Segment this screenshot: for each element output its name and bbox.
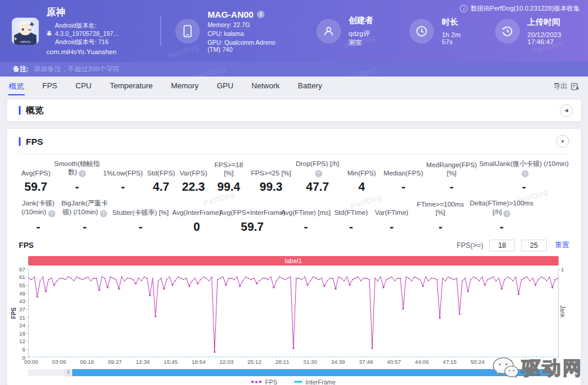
x-tick: 25:12	[248, 359, 262, 365]
creator-circle	[316, 19, 341, 44]
x-tick: 15:45	[163, 359, 178, 365]
stat-value: 59.7	[19, 180, 53, 194]
y-tick: 12	[19, 338, 25, 344]
fps-stats-row-2: Jank(卡顿) (/10min)? - BigJank(严重卡顿) (/10m…	[19, 199, 569, 233]
tab-cpu[interactable]: CPU	[75, 77, 92, 96]
stat-item: FPS>=25 [%]? 99.3	[248, 160, 294, 194]
collect-info: i 数据由PerfDog(10.0.231228)版本收集	[460, 4, 580, 13]
stat-label: Smooth(稳帧指数)?	[53, 160, 101, 177]
fps-section-title: FPS	[26, 137, 43, 147]
reset-link[interactable]: 重置	[555, 240, 569, 250]
help-icon[interactable]: ?	[100, 210, 107, 217]
note-bar[interactable]: 备注: 添加备注，不超过200个字符	[0, 62, 588, 77]
x-tick: 40:57	[387, 359, 401, 365]
x-tick: 31:30	[303, 359, 318, 365]
fps-threshold-input-2[interactable]	[521, 240, 547, 251]
fps-section: FPS ▼ Avg(FPS)? 59.7 Smooth(稳帧指数)? - 1%L…	[7, 129, 581, 385]
fps-collapse-button[interactable]: ▼	[556, 135, 569, 148]
x-tick: 22:03	[219, 359, 233, 365]
scrollbar-track[interactable]	[72, 369, 551, 376]
x-tick: 56:42	[526, 359, 540, 365]
x-tick: 53:33	[499, 359, 513, 365]
y-tickmark	[26, 357, 29, 358]
stat-item: Var(FTime)? -	[371, 199, 412, 233]
stat-label: Avg(FTime) [ms]?	[280, 200, 331, 217]
y-tickmark	[26, 285, 29, 286]
export-button[interactable]: 导出	[553, 81, 580, 91]
stat-label: Stutter(卡顿率) [%]?	[112, 200, 169, 217]
help-icon[interactable]: ?	[522, 170, 529, 177]
chart-scrollbar[interactable]	[28, 369, 559, 376]
creator-label: 创建者	[349, 15, 374, 26]
help-icon[interactable]: ?	[503, 210, 510, 217]
stat-value: 4	[341, 180, 382, 194]
stat-label: MedRange(FPS)[%]?	[425, 160, 479, 177]
upload-circle	[495, 19, 520, 44]
tab-overview[interactable]: 概览	[8, 77, 25, 96]
tab-network[interactable]: Network	[251, 77, 280, 96]
x-tick: 03:09	[52, 359, 66, 365]
stat-label: Var(FTime)?	[371, 200, 412, 217]
x-tick: 44:06	[415, 359, 429, 365]
device-circle	[175, 19, 200, 44]
upload-block: 上传时间 20/12/2023 17:46:47	[495, 17, 576, 45]
stat-label: Std(FPS)?	[145, 160, 178, 177]
x-tick: 12:36	[136, 359, 150, 365]
tab-memory[interactable]: Memory	[171, 77, 199, 96]
help-icon[interactable]: ?	[79, 170, 86, 177]
scrollbar-left-grip[interactable]	[65, 369, 72, 376]
x-tick: 37:48	[359, 359, 373, 365]
app-icon-caption: miHoYo	[20, 40, 31, 44]
fps-threshold-input-1[interactable]	[489, 240, 515, 251]
device-block: MAG-AN00 i Memory: 22.7G CPU: kalama GPU…	[175, 9, 285, 53]
header: miHoYo 原神 Android版本名: 4.3.0_19705728_197…	[0, 0, 588, 62]
duration-block: 时长 1h 2m 57s	[409, 17, 465, 45]
stat-value: -	[19, 220, 58, 234]
duration-value: 1h 2m 57s	[442, 31, 465, 45]
tab-fps[interactable]: FPS	[42, 77, 58, 96]
scrollbar-right-grip[interactable]	[551, 369, 559, 376]
x-axis-ticks: 00:0003:0906:1809:2712:3615:4518:5422:03…	[28, 359, 559, 366]
stat-value: 0	[169, 220, 224, 234]
stat-value: -	[112, 220, 169, 234]
right-axis-tick-1: 1	[561, 265, 564, 272]
region-label-bar[interactable]: label1	[28, 256, 559, 265]
y-tick: 49	[19, 290, 25, 296]
tab-temperature[interactable]: Temperature	[109, 77, 153, 96]
legend-marker	[294, 381, 302, 383]
y-tickmark	[26, 277, 29, 277]
overview-collapse-button[interactable]: ◀	[560, 104, 573, 117]
collect-info-icon: i	[460, 5, 467, 12]
stat-item: Min(FPS)? 4	[341, 160, 382, 194]
overview-accent-bar	[19, 106, 21, 115]
stat-value: 99.4	[209, 180, 248, 194]
tab-gpu[interactable]: GPU	[216, 77, 234, 96]
stat-value: 59.7	[224, 220, 280, 234]
stat-item: Jank(卡顿) (/10min)? -	[19, 199, 58, 233]
device-gpu: GPU: Qualcomm Adreno (TM) 740	[208, 39, 285, 53]
overview-title: 概览	[26, 105, 44, 116]
stat-label: Jank(卡顿) (/10min)?	[19, 199, 58, 217]
help-icon[interactable]: ?	[315, 170, 322, 177]
y-tick: 31	[19, 314, 25, 320]
fps-chart-title: FPS	[19, 241, 34, 250]
stat-label: SmallJank(微小卡顿) (/10min)?	[479, 160, 569, 177]
legend-marker	[251, 381, 262, 383]
stat-item: Std(FTime)? -	[331, 199, 371, 233]
stat-item: Var(FPS)? 22.3	[178, 160, 209, 194]
y-tick: 67	[19, 265, 25, 272]
legend-item[interactable]: FPS	[251, 379, 277, 385]
user-icon	[323, 25, 335, 37]
help-icon[interactable]: ?	[48, 210, 55, 217]
legend-label: InterFrame	[306, 379, 336, 385]
fps-plot[interactable]: FPS Jank 1 6761554943373124181260	[28, 269, 559, 357]
stat-label: Var(FPS)?	[178, 160, 209, 177]
tab-battery[interactable]: Battery	[298, 77, 323, 96]
stat-item: Avg(InterFrame)? 0	[169, 199, 224, 233]
legend-item[interactable]: InterFrame	[294, 379, 336, 385]
android-icon	[46, 30, 52, 37]
duration-label: 时长	[442, 17, 465, 28]
tab-bar: 概览FPSCPUTemperatureMemoryGPUNetworkBatte…	[0, 77, 588, 96]
stat-item: Drop(FPS) [/h]? 47.7	[294, 160, 341, 194]
device-info-icon[interactable]: i	[257, 11, 265, 18]
